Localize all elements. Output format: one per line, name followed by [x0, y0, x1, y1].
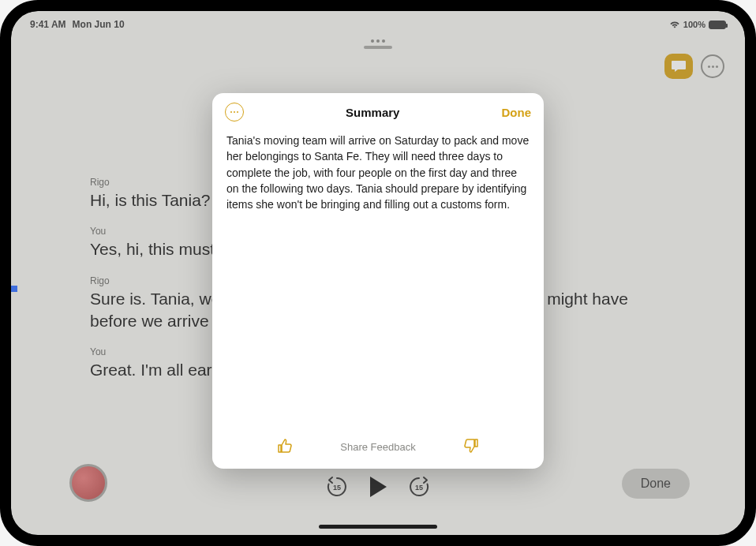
skip-back-15-button[interactable]: 15	[325, 475, 349, 499]
battery-icon	[709, 21, 726, 29]
modal-more-button[interactable]	[225, 103, 244, 122]
svg-text:15: 15	[333, 484, 341, 492]
thumbs-up-button[interactable]	[277, 438, 293, 456]
share-feedback-label: Share Feedback	[340, 441, 415, 453]
play-button[interactable]	[368, 475, 388, 499]
svg-text:15: 15	[415, 484, 423, 492]
status-bar: 9:41 AM Mon Jun 10 100%	[11, 17, 745, 32]
record-button[interactable]	[69, 464, 107, 502]
more-options-button[interactable]	[701, 54, 724, 78]
status-date: Mon Jun 10	[73, 19, 125, 30]
transcript-toggle-button[interactable]	[664, 54, 693, 79]
home-indicator[interactable]	[319, 525, 437, 529]
done-button[interactable]: Done	[622, 469, 690, 499]
multitask-indicator	[11, 286, 17, 292]
status-time: 9:41 AM	[30, 19, 66, 30]
summary-text: Tania's moving team will arrive on Satur…	[212, 129, 544, 428]
wifi-icon	[669, 20, 680, 30]
thumbs-down-button[interactable]	[463, 438, 479, 456]
skip-forward-15-button[interactable]: 15	[407, 475, 431, 499]
modal-title: Summary	[346, 106, 399, 119]
battery-percent: 100%	[683, 20, 705, 29]
modal-done-button[interactable]: Done	[502, 106, 532, 119]
multitask-handle[interactable]	[364, 39, 392, 49]
summary-modal: Summary Done Tania's moving team will ar…	[212, 93, 544, 469]
